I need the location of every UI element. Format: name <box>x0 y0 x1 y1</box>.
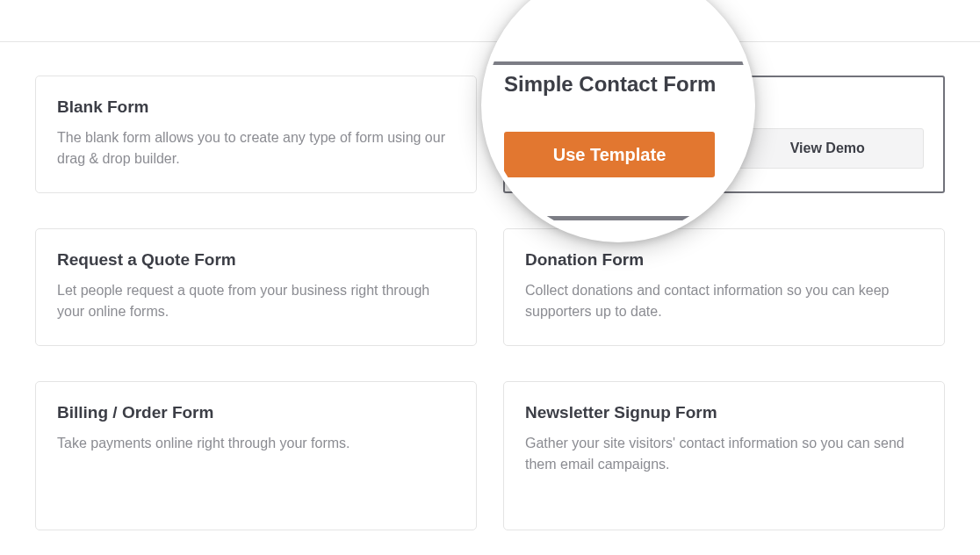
template-desc: The blank form allows you to create any … <box>57 127 455 169</box>
card-spacer <box>57 466 455 507</box>
template-desc: Gather your site visitors' contact infor… <box>525 433 923 475</box>
magnifier-card-top-border <box>486 61 750 65</box>
template-card-newsletter-signup-form[interactable]: Newsletter Signup Form Gather your site … <box>503 381 945 530</box>
template-grid: Blank Form The blank form allows you to … <box>35 76 945 530</box>
template-desc: Let people request a quote from your bus… <box>57 280 455 322</box>
template-title: Donation Form <box>525 250 923 270</box>
view-demo-button[interactable]: View Demo <box>731 128 925 169</box>
template-card-billing-order-form[interactable]: Billing / Order Form Take payments onlin… <box>35 381 477 530</box>
template-title: Blank Form <box>57 97 455 117</box>
template-title: Request a Quote Form <box>57 250 455 270</box>
template-actions: Use Template View Demo <box>524 128 924 169</box>
use-template-button[interactable]: Use Template <box>524 128 716 169</box>
template-card-request-quote-form[interactable]: Request a Quote Form Let people request … <box>35 228 477 346</box>
template-desc: Collect donations and contact informatio… <box>525 280 923 322</box>
template-card-donation-form[interactable]: Donation Form Collect donations and cont… <box>503 228 945 346</box>
template-card-blank-form[interactable]: Blank Form The blank form allows you to … <box>35 76 477 193</box>
template-card-simple-contact-form[interactable]: Simple Contact Form Use Template View De… <box>503 76 945 193</box>
template-title: Simple Contact Form <box>524 97 924 116</box>
page-divider <box>0 41 980 42</box>
template-desc: Take payments online right through your … <box>57 433 455 454</box>
template-title: Billing / Order Form <box>57 403 455 422</box>
template-title: Newsletter Signup Form <box>525 403 923 422</box>
